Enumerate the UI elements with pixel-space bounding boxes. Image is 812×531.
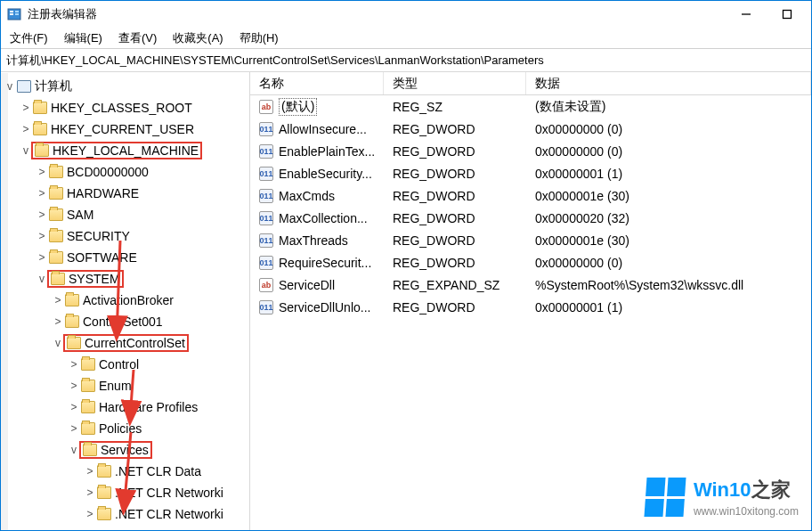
binary-value-icon: 011 bbox=[259, 189, 273, 203]
expand-icon[interactable]: > bbox=[83, 465, 97, 478]
tree-item-label: Policies bbox=[99, 421, 142, 436]
address-bar[interactable]: 计算机\HKEY_LOCAL_MACHINE\SYSTEM\CurrentCon… bbox=[1, 49, 811, 72]
value-type: REG_SZ bbox=[384, 100, 526, 114]
value-row[interactable]: 011MaxThreadsREG_DWORD0x0000001e (30) bbox=[250, 229, 811, 251]
tree-item[interactable]: >Enum bbox=[1, 375, 249, 396]
value-row[interactable]: 011ServiceDllUnlo...REG_DWORD0x00000001 … bbox=[250, 296, 811, 318]
expand-icon[interactable]: > bbox=[67, 401, 81, 413]
value-name: EnablePlainTex... bbox=[279, 144, 375, 159]
tree-item[interactable]: >SECURITY bbox=[1, 225, 249, 247]
tree-item[interactable]: >.NET CLR Networki bbox=[1, 482, 249, 503]
expand-icon[interactable]: > bbox=[35, 187, 49, 200]
menu-file[interactable]: 文件(F) bbox=[10, 30, 48, 46]
expand-icon[interactable]: > bbox=[19, 102, 33, 114]
tree-item[interactable]: >.NET CLR Data bbox=[1, 461, 249, 482]
maximize-button[interactable] bbox=[767, 3, 808, 26]
value-row[interactable]: abServiceDllREG_EXPAND_SZ%SystemRoot%\Sy… bbox=[250, 274, 811, 296]
value-type: REG_EXPAND_SZ bbox=[384, 278, 526, 292]
tree-item[interactable]: vServices bbox=[1, 439, 249, 461]
tree-item[interactable]: >Hardware Profiles bbox=[1, 396, 249, 418]
tree-item[interactable]: vSYSTEM bbox=[1, 268, 249, 290]
value-name: ServiceDll bbox=[279, 278, 335, 292]
tree-item[interactable]: vHKEY_LOCAL_MACHINE bbox=[1, 140, 249, 161]
values-pane[interactable]: 名称 类型 数据 ab(默认)REG_SZ(数值未设置)011AllowInse… bbox=[250, 72, 811, 530]
expand-icon[interactable]: > bbox=[83, 486, 97, 499]
tree-item-label: Enum bbox=[99, 379, 132, 393]
value-row[interactable]: 011MaxCollection...REG_DWORD0x00000020 (… bbox=[250, 207, 811, 229]
svg-rect-3 bbox=[15, 11, 19, 12]
tree-item-label: SOFTWARE bbox=[67, 250, 137, 265]
folder-icon bbox=[97, 486, 111, 499]
expand-icon[interactable]: > bbox=[35, 166, 49, 178]
tree-item-label: Control bbox=[99, 357, 139, 372]
left-edge bbox=[1, 73, 8, 530]
expand-icon[interactable]: > bbox=[67, 422, 81, 435]
binary-value-icon: 011 bbox=[259, 256, 273, 270]
tree-item[interactable]: >Control bbox=[1, 354, 249, 375]
col-type[interactable]: 类型 bbox=[384, 72, 526, 94]
tree-item-label: ControlSet001 bbox=[83, 315, 163, 329]
minimize-button[interactable] bbox=[726, 3, 767, 26]
expand-icon[interactable]: > bbox=[19, 123, 33, 135]
tree-root-label: 计算机 bbox=[35, 78, 72, 94]
value-name: MaxCollection... bbox=[279, 211, 368, 225]
main-split: v 计算机 >HKEY_CLASSES_ROOT>HKEY_CURRENT_US… bbox=[1, 72, 811, 530]
value-row[interactable]: 011AllowInsecure...REG_DWORD0x00000000 (… bbox=[250, 118, 811, 140]
expand-icon[interactable]: > bbox=[51, 315, 65, 328]
computer-icon bbox=[17, 80, 31, 93]
tree-item-label: .NET CLR Networki bbox=[115, 507, 223, 521]
value-row[interactable]: 011MaxCmdsREG_DWORD0x0000001e (30) bbox=[250, 184, 811, 207]
tree-item[interactable]: >SOFTWARE bbox=[1, 247, 249, 268]
binary-value-icon: 011 bbox=[259, 167, 273, 181]
binary-value-icon: 011 bbox=[259, 144, 273, 159]
folder-icon bbox=[49, 230, 63, 242]
expand-icon[interactable]: > bbox=[35, 208, 49, 221]
expand-icon[interactable]: > bbox=[83, 508, 97, 520]
menu-help[interactable]: 帮助(H) bbox=[240, 30, 279, 46]
tree-item[interactable]: >.NET CLR Networki bbox=[1, 503, 249, 525]
folder-icon bbox=[81, 422, 95, 435]
expand-icon[interactable]: > bbox=[35, 251, 49, 264]
binary-value-icon: 011 bbox=[259, 300, 273, 315]
tree-pane[interactable]: v 计算机 >HKEY_CLASSES_ROOT>HKEY_CURRENT_US… bbox=[1, 72, 250, 530]
highlight-box: SYSTEM bbox=[47, 270, 124, 288]
folder-icon bbox=[83, 444, 97, 456]
tree-item[interactable]: >SAM bbox=[1, 204, 249, 225]
tree-root[interactable]: v 计算机 bbox=[1, 76, 249, 97]
expand-icon[interactable]: > bbox=[67, 380, 81, 392]
expand-icon[interactable]: > bbox=[35, 230, 49, 242]
expand-icon[interactable]: > bbox=[67, 358, 81, 371]
value-row[interactable]: ab(默认)REG_SZ(数值未设置) bbox=[250, 95, 811, 118]
menu-edit[interactable]: 编辑(E) bbox=[64, 30, 102, 46]
folder-icon bbox=[97, 465, 111, 478]
folder-icon bbox=[81, 358, 95, 371]
menu-view[interactable]: 查看(V) bbox=[118, 30, 157, 46]
values-header: 名称 类型 数据 bbox=[250, 72, 811, 95]
value-row[interactable]: 011RequireSecurit...REG_DWORD0x00000000 … bbox=[250, 251, 811, 274]
value-type: REG_DWORD bbox=[384, 122, 526, 136]
value-data: 0x00000000 (0) bbox=[526, 256, 811, 270]
folder-icon bbox=[97, 508, 111, 520]
tree-item-label: Services bbox=[101, 443, 149, 457]
tree-item[interactable]: >ActivationBroker bbox=[1, 290, 249, 311]
tree-item[interactable]: >HKEY_CLASSES_ROOT bbox=[1, 97, 249, 118]
value-row[interactable]: 011EnablePlainTex...REG_DWORD0x00000000 … bbox=[250, 140, 811, 162]
menu-favorites[interactable]: 收藏夹(A) bbox=[173, 30, 223, 46]
expand-icon[interactable]: > bbox=[51, 294, 65, 306]
col-data[interactable]: 数据 bbox=[526, 72, 811, 94]
value-data: 0x00000020 (32) bbox=[526, 211, 811, 225]
tree-item-label: ActivationBroker bbox=[83, 293, 174, 307]
tree-item[interactable]: >HKEY_CURRENT_USER bbox=[1, 118, 249, 140]
tree-item[interactable]: >Policies bbox=[1, 418, 249, 439]
tree-item[interactable]: >BCD00000000 bbox=[1, 161, 249, 183]
tree-item-label: Hardware Profiles bbox=[99, 400, 198, 414]
col-name[interactable]: 名称 bbox=[250, 72, 384, 94]
tree-item[interactable]: >HARDWARE bbox=[1, 183, 249, 204]
binary-value-icon: 011 bbox=[259, 211, 273, 225]
value-row[interactable]: 011EnableSecurity...REG_DWORD0x00000001 … bbox=[250, 162, 811, 184]
svg-rect-2 bbox=[10, 13, 13, 15]
tree-item[interactable]: >ControlSet001 bbox=[1, 311, 249, 332]
tree-item[interactable]: vCurrentControlSet bbox=[1, 332, 249, 354]
tree-item-label: SYSTEM bbox=[69, 272, 120, 286]
windows-logo-icon bbox=[644, 478, 686, 517]
